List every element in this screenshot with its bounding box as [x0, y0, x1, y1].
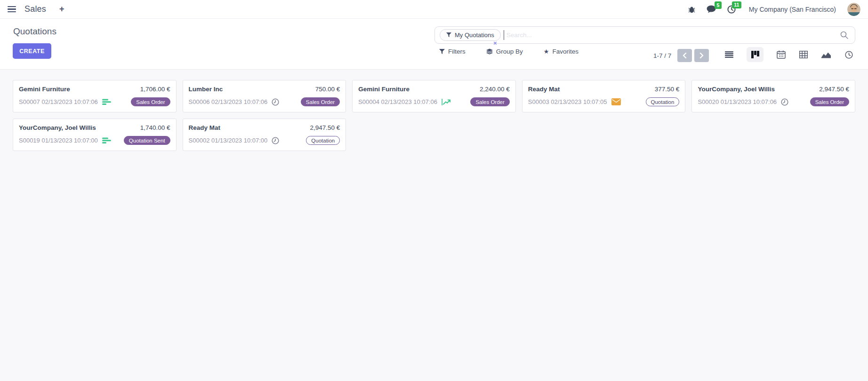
amount-total: 2,947.50 €: [819, 86, 849, 93]
order-reference: S00002 01/13/2023 10:07:00: [189, 137, 268, 144]
activity-clock-icon[interactable]: [781, 98, 788, 106]
status-badge: Sales Order: [470, 97, 509, 106]
kanban-grid: Gemini Furniture 1,706.00 € S00007 02/13…: [13, 80, 855, 151]
facet-remove-icon[interactable]: ×: [493, 40, 497, 46]
quotation-card[interactable]: Lumber Inc 750.00 € S00006 02/13/2023 10…: [183, 80, 346, 112]
search-icon[interactable]: [840, 31, 848, 39]
star-icon: ★: [544, 48, 549, 55]
calendar-view-button[interactable]: [776, 47, 786, 62]
amount-total: 2,947.50 €: [310, 124, 340, 131]
activities-clock-icon[interactable]: 11: [727, 5, 736, 14]
chevron-left-icon: [683, 53, 687, 58]
activities-count-badge: 11: [732, 1, 741, 9]
amount-total: 2,240.00 €: [480, 86, 510, 93]
status-badge: Sales Order: [810, 97, 849, 106]
order-reference: S00007 02/13/2023 10:07:06: [19, 98, 98, 105]
search-facet-my-quotations[interactable]: My Quotations: [440, 29, 501, 41]
graph-view-button[interactable]: [821, 47, 831, 62]
order-reference: S00003 02/13/2023 10:07:05: [528, 98, 607, 105]
status-badge: Quotation: [306, 136, 340, 145]
view-switcher: [724, 47, 854, 62]
quotation-card[interactable]: Ready Mat 377.50 € S00003 02/13/2023 10:…: [522, 80, 686, 112]
activity-list-icon[interactable]: [102, 99, 111, 105]
order-reference: S00019 01/13/2023 10:07:00: [19, 137, 98, 144]
control-panel: Quotations CREATE My Quotations × Filter…: [0, 19, 868, 70]
facet-label: My Quotations: [455, 32, 494, 39]
status-badge: Quotation Sent: [124, 136, 170, 145]
filters-button[interactable]: Filters: [439, 48, 466, 55]
calendar-icon: [777, 50, 786, 59]
pivot-icon: [799, 51, 808, 58]
kanban-view: Gemini Furniture 1,706.00 € S00007 02/13…: [0, 70, 868, 381]
order-reference: S00004 02/13/2023 10:07:06: [358, 98, 437, 105]
order-reference: S00020 01/13/2023 10:07:06: [698, 98, 777, 105]
pager: 1-7 / 7: [653, 49, 709, 62]
trend-up-icon[interactable]: [442, 98, 451, 106]
quotation-card[interactable]: YourCompany, Joel Willis 2,947.50 € S000…: [691, 80, 855, 112]
new-tab-button[interactable]: +: [59, 4, 64, 14]
quotation-card[interactable]: Gemini Furniture 1,706.00 € S00007 02/13…: [13, 80, 177, 112]
top-navbar: Sales + 5 11 My Company (San Francisco): [0, 0, 868, 19]
pager-range: 1-7 / 7: [653, 52, 671, 59]
user-avatar[interactable]: [847, 3, 860, 16]
status-badge: Sales Order: [301, 97, 340, 106]
amount-total: 750.00 €: [315, 86, 340, 93]
activity-clock-icon[interactable]: [272, 137, 279, 144]
pivot-view-button[interactable]: [798, 47, 809, 62]
pager-next-button[interactable]: [694, 49, 709, 62]
chevron-right-icon: [699, 53, 704, 58]
list-view-button[interactable]: [724, 47, 734, 62]
kanban-view-button[interactable]: [747, 47, 764, 62]
activity-view-button[interactable]: [844, 47, 854, 62]
customer-name: Ready Mat: [528, 86, 560, 93]
favorites-button[interactable]: ★ Favorites: [544, 48, 579, 55]
customer-name: Ready Mat: [189, 124, 221, 131]
status-badge: Sales Order: [131, 97, 170, 106]
apps-menu-icon[interactable]: [8, 6, 16, 13]
amount-total: 377.50 €: [655, 86, 680, 93]
envelope-icon[interactable]: [611, 98, 621, 105]
list-icon: [725, 51, 733, 58]
app-name[interactable]: Sales: [24, 4, 46, 14]
order-reference: S00006 02/13/2023 10:07:06: [189, 98, 268, 105]
kanban-icon: [751, 51, 759, 58]
search-bar[interactable]: My Quotations ×: [434, 26, 855, 44]
quotation-card[interactable]: YourCompany, Joel Willis 1,740.00 € S000…: [13, 119, 177, 151]
filter-funnel-icon: [446, 32, 451, 38]
debug-bug-icon[interactable]: [688, 6, 695, 13]
company-switcher[interactable]: My Company (San Francisco): [749, 6, 836, 13]
customer-name: YourCompany, Joel Willis: [698, 86, 775, 93]
customer-name: Gemini Furniture: [358, 86, 410, 93]
customer-name: Gemini Furniture: [19, 86, 70, 93]
customer-name: YourCompany, Joel Willis: [19, 124, 96, 131]
activity-clock-icon: [845, 51, 853, 59]
messages-count-badge: 5: [715, 1, 722, 9]
filter-funnel-icon: [439, 49, 445, 55]
page-title: Quotations: [13, 26, 56, 37]
pager-previous-button[interactable]: [677, 49, 692, 62]
quotation-card[interactable]: Ready Mat 2,947.50 € S00002 01/13/2023 1…: [183, 119, 346, 151]
activity-list-icon[interactable]: [102, 137, 111, 144]
messages-icon[interactable]: 5: [707, 5, 716, 13]
amount-total: 1,706.00 €: [140, 86, 170, 93]
activity-clock-icon[interactable]: [272, 98, 279, 106]
amount-total: 1,740.00 €: [140, 124, 170, 131]
status-badge: Quotation: [646, 97, 680, 106]
customer-name: Lumber Inc: [189, 86, 223, 93]
search-options-row: Filters Group By ★ Favorites: [439, 48, 579, 55]
group-by-button[interactable]: Group By: [486, 48, 523, 55]
create-button[interactable]: CREATE: [13, 43, 51, 59]
search-input[interactable]: [506, 32, 836, 39]
text-caret: [504, 30, 504, 40]
quotation-card[interactable]: Gemini Furniture 2,240.00 € S00004 02/13…: [352, 80, 516, 112]
graph-icon: [821, 51, 831, 58]
layers-icon: [486, 48, 493, 55]
